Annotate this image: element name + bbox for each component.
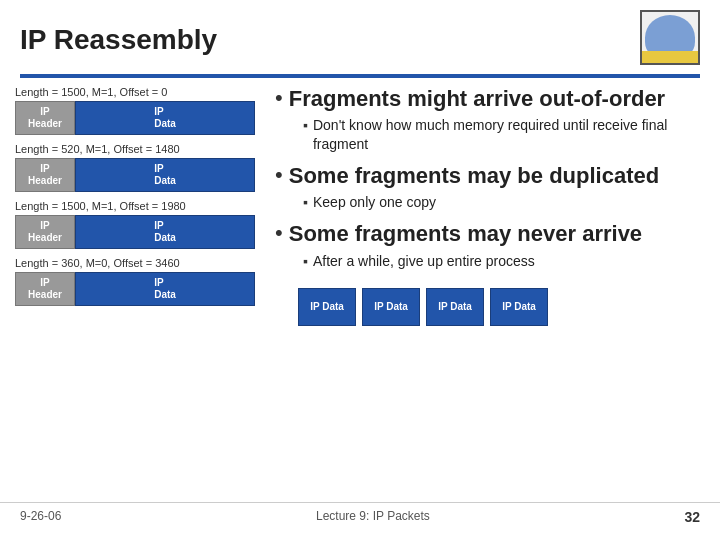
ip-header-4: IPHeader [15, 272, 75, 306]
slide-footer: 9-26-06 Lecture 9: IP Packets 32 [0, 502, 720, 529]
footer-page: 32 [684, 509, 700, 525]
slide-header: IP Reassembly [0, 0, 720, 70]
ip-data-1: IPData [75, 101, 255, 135]
sub-bullet-text-3-1: After a while, give up entire process [313, 252, 535, 270]
sub-bullet-1-1: ▪ Don't know how much memory required un… [303, 116, 705, 152]
ip-data-blocks: IP Data IP Data IP Data IP Data [295, 288, 705, 326]
logo-box [640, 10, 700, 65]
bullet-dot-2: • [275, 163, 283, 187]
bullet-dot-1: • [275, 86, 283, 110]
main-bullet-1: • Fragments might arrive out-of-order [275, 86, 705, 112]
ip-header-1: IPHeader [15, 101, 75, 135]
sub-dot-3-1: ▪ [303, 252, 308, 270]
sub-dot-2-1: ▪ [303, 193, 308, 211]
ip-data-block-4: IP Data [490, 288, 548, 326]
ip-data-block-1: IP Data [298, 288, 356, 326]
bullet-section-2: • Some fragments may be duplicated ▪ Kee… [275, 163, 705, 212]
packet-label-4: Length = 360, M=0, Offset = 3460 [15, 257, 255, 269]
ip-data-block-3: IP Data [426, 288, 484, 326]
main-bullet-3: • Some fragments may never arrive [275, 221, 705, 247]
sub-bullet-3-1: ▪ After a while, give up entire process [303, 252, 705, 270]
bullet-section-1: • Fragments might arrive out-of-order ▪ … [275, 86, 705, 153]
sub-bullet-text-1-1: Don't know how much memory required unti… [313, 116, 705, 152]
sub-bullet-2-1: ▪ Keep only one copy [303, 193, 705, 211]
packet-label-1: Length = 1500, M=1, Offset = 0 [15, 86, 255, 98]
packet-group-4: Length = 360, M=0, Offset = 3460 IPHeade… [15, 257, 255, 306]
packet-group-3: Length = 1500, M=1, Offset = 1980 IPHead… [15, 200, 255, 249]
right-panel: • Fragments might arrive out-of-order ▪ … [265, 86, 705, 498]
packet-label-3: Length = 1500, M=1, Offset = 1980 [15, 200, 255, 212]
main-bullet-text-1: Fragments might arrive out-of-order [289, 86, 665, 112]
ip-data-2: IPData [75, 158, 255, 192]
logo-area [620, 10, 700, 70]
main-content: Length = 1500, M=1, Offset = 0 IPHeader … [0, 78, 720, 498]
packet-group-1: Length = 1500, M=1, Offset = 0 IPHeader … [15, 86, 255, 135]
sub-bullet-text-2-1: Keep only one copy [313, 193, 436, 211]
footer-date: 9-26-06 [20, 509, 61, 525]
ip-data-4: IPData [75, 272, 255, 306]
ip-data-3: IPData [75, 215, 255, 249]
ip-header-2: IPHeader [15, 158, 75, 192]
packet-row-1: IPHeader IPData [15, 101, 255, 135]
logo-stripe [642, 51, 698, 63]
main-bullet-text-2: Some fragments may be duplicated [289, 163, 659, 189]
ip-data-group: IP Data IP Data IP Data IP Data [295, 288, 705, 326]
sub-dot-1-1: ▪ [303, 116, 308, 134]
footer-lecture: Lecture 9: IP Packets [316, 509, 430, 525]
packet-row-3: IPHeader IPData [15, 215, 255, 249]
main-bullet-text-3: Some fragments may never arrive [289, 221, 642, 247]
ip-data-block-2: IP Data [362, 288, 420, 326]
packet-row-2: IPHeader IPData [15, 158, 255, 192]
packet-group-2: Length = 520, M=1, Offset = 1480 IPHeade… [15, 143, 255, 192]
slide-title: IP Reassembly [20, 24, 217, 56]
main-bullet-2: • Some fragments may be duplicated [275, 163, 705, 189]
left-panel: Length = 1500, M=1, Offset = 0 IPHeader … [15, 86, 255, 498]
packet-label-2: Length = 520, M=1, Offset = 1480 [15, 143, 255, 155]
packet-row-4: IPHeader IPData [15, 272, 255, 306]
bullet-dot-3: • [275, 221, 283, 245]
ip-header-3: IPHeader [15, 215, 75, 249]
bullet-section-3: • Some fragments may never arrive ▪ Afte… [275, 221, 705, 270]
